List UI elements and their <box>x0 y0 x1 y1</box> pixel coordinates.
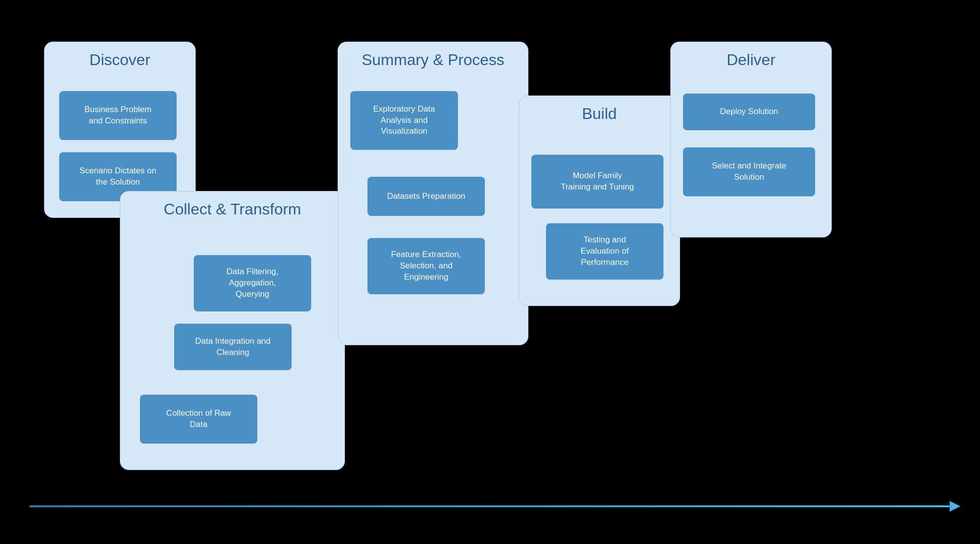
arrow-line <box>29 505 950 507</box>
model-family-box: Model FamilyTraining and Tuning <box>531 155 663 209</box>
feature-box: Feature Extraction,Selection, andEnginee… <box>367 238 485 294</box>
collect-title: Collect & Transform <box>120 191 344 223</box>
testing-box: Testing andEvaluation ofPerformance <box>546 223 663 280</box>
collection-raw-box: Collection of RawData <box>140 395 257 444</box>
deliver-group: Deliver Deploy Solution Select and Integ… <box>670 42 832 237</box>
deliver-title: Deliver <box>671 42 831 74</box>
data-integration-box: Data Integration andCleaning <box>174 324 292 370</box>
arrow-head <box>950 501 960 512</box>
discover-title: Discover <box>45 42 195 74</box>
summary-group: Summary & Process Exploratory DataAnalys… <box>338 42 528 345</box>
data-filtering-box: Data Filtering,Aggregation,Querying <box>194 255 311 311</box>
exploratory-box: Exploratory DataAnalysis andVisualizatio… <box>350 91 458 150</box>
datasets-box: Datasets Preparation <box>367 177 485 216</box>
collect-group: Collect & Transform Data Filtering,Aggre… <box>120 191 345 470</box>
business-problem-box: Business Problemand Constraints <box>59 91 177 140</box>
summary-title: Summary & Process <box>338 42 528 74</box>
timeline-arrow <box>29 502 960 511</box>
build-group: Build Model FamilyTraining and Tuning Te… <box>519 95 680 306</box>
canvas: Discover Business Problemand Constraints… <box>0 0 980 544</box>
build-title: Build <box>519 96 680 128</box>
deploy-box: Deploy Solution <box>683 94 815 130</box>
select-integrate-box: Select and IntegrateSolution <box>683 147 815 196</box>
